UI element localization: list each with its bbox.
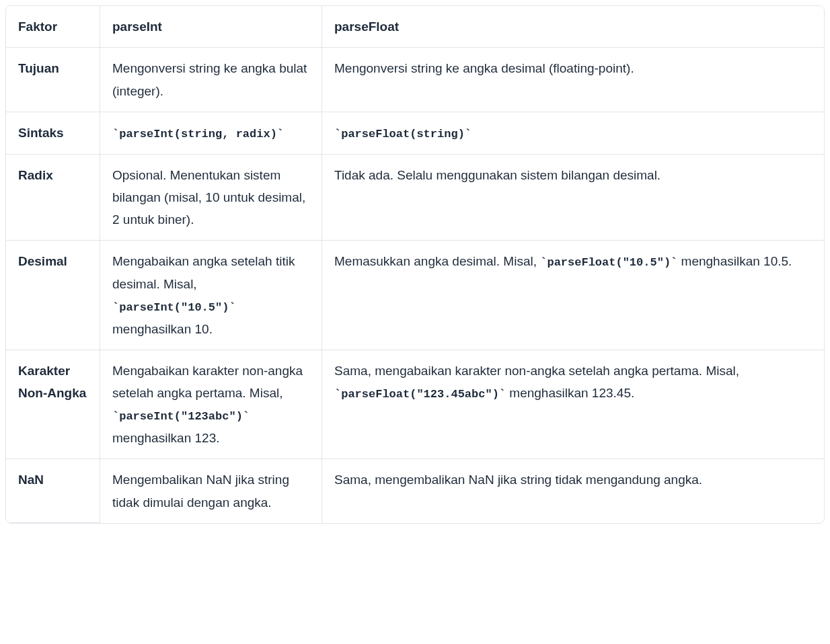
- cell-parsefloat: Sama, mengabaikan karakter non-angka set…: [322, 350, 824, 460]
- inline-code: parseInt("10.5"): [112, 301, 236, 314]
- inline-code: parseFloat("10.5"): [540, 256, 677, 269]
- table-header-row: Faktor parseInt parseFloat: [6, 6, 824, 48]
- inline-code: parseFloat("123.45abc"): [334, 388, 506, 401]
- row-factor-label: Karakter Non-Angka: [6, 350, 100, 460]
- cell-parsefloat: Mengonversi string ke angka desimal (flo…: [322, 48, 824, 112]
- header-parsefloat: parseFloat: [322, 6, 824, 48]
- cell-text: menghasilkan 123.45.: [506, 386, 634, 400]
- cell-parseint: Mengonversi string ke angka bulat (integ…: [100, 48, 322, 112]
- table-row: TujuanMengonversi string ke angka bulat …: [6, 48, 824, 112]
- row-factor-label: Desimal: [6, 241, 100, 350]
- row-factor-label: Tujuan: [6, 48, 100, 112]
- row-factor-label: Radix: [6, 155, 100, 241]
- row-factor-label: NaN: [6, 459, 100, 523]
- header-parseint: parseInt: [100, 6, 322, 48]
- inline-code: parseInt("123abc"): [112, 410, 250, 423]
- cell-text: Tidak ada. Selalu menggunakan sistem bil…: [334, 168, 661, 182]
- cell-parsefloat: parseFloat(string): [322, 112, 824, 155]
- cell-parsefloat: Tidak ada. Selalu menggunakan sistem bil…: [322, 155, 824, 241]
- cell-parseint: Mengembalikan NaN jika string tidak dimu…: [100, 459, 322, 523]
- cell-text: Mengonversi string ke angka desimal (flo…: [334, 61, 634, 75]
- cell-text: Opsional. Menentukan sistem bilangan (mi…: [112, 168, 305, 227]
- cell-text: Memasukkan angka desimal. Misal,: [334, 254, 540, 268]
- cell-text: Mengembalikan NaN jika string tidak dimu…: [112, 473, 289, 509]
- row-factor-label: Sintaks: [6, 112, 100, 155]
- cell-text: menghasilkan 10.: [112, 322, 213, 336]
- cell-parseint: Mengabaikan angka setelah titik desimal.…: [100, 241, 322, 350]
- cell-parseint: parseInt(string, radix): [100, 112, 322, 155]
- cell-text: menghasilkan 10.5.: [677, 254, 792, 268]
- table-row: SintaksparseInt(string, radix)parseFloat…: [6, 112, 824, 155]
- cell-parsefloat: Sama, mengembalikan NaN jika string tida…: [322, 459, 824, 523]
- table-row: NaNMengembalikan NaN jika string tidak d…: [6, 459, 824, 523]
- cell-text: Sama, mengembalikan NaN jika string tida…: [334, 473, 702, 487]
- inline-code: parseInt(string, radix): [112, 128, 284, 140]
- cell-text: Mengabaikan angka setelah titik desimal.…: [112, 254, 295, 290]
- cell-text: Mengabaikan karakter non-angka setelah a…: [112, 364, 303, 400]
- cell-parseint: Opsional. Menentukan sistem bilangan (mi…: [100, 155, 322, 241]
- cell-parsefloat: Memasukkan angka desimal. Misal, parseFl…: [322, 241, 824, 350]
- inline-code: parseFloat(string): [334, 128, 471, 140]
- table-row: DesimalMengabaikan angka setelah titik d…: [6, 241, 824, 350]
- comparison-table: Faktor parseInt parseFloat TujuanMengonv…: [5, 5, 825, 524]
- cell-text: menghasilkan 123.: [112, 431, 220, 445]
- header-factor: Faktor: [6, 6, 100, 48]
- cell-parseint: Mengabaikan karakter non-angka setelah a…: [100, 350, 322, 460]
- table-row: Karakter Non-AngkaMengabaikan karakter n…: [6, 350, 824, 460]
- cell-text: Sama, mengabaikan karakter non-angka set…: [334, 364, 739, 378]
- table-body: TujuanMengonversi string ke angka bulat …: [6, 48, 824, 523]
- cell-text: Mengonversi string ke angka bulat (integ…: [112, 61, 307, 97]
- table-row: RadixOpsional. Menentukan sistem bilanga…: [6, 155, 824, 241]
